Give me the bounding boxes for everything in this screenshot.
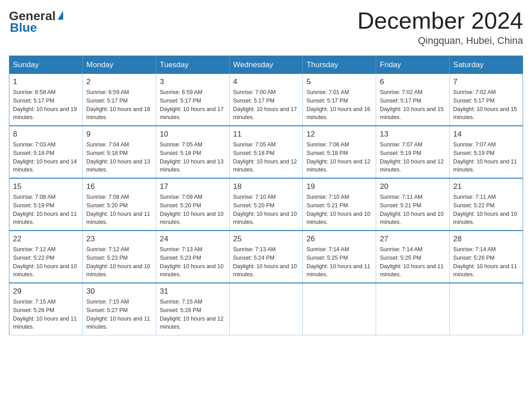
calendar-cell: 17Sunrise: 7:09 AMSunset: 5:20 PMDayligh… bbox=[156, 178, 229, 231]
week-row-2: 8Sunrise: 7:03 AMSunset: 5:18 PMDaylight… bbox=[9, 126, 523, 178]
day-number: 29 bbox=[13, 287, 79, 296]
calendar-cell: 31Sunrise: 7:15 AMSunset: 5:28 PMDayligh… bbox=[156, 283, 229, 335]
week-row-1: 1Sunrise: 6:58 AMSunset: 5:17 PMDaylight… bbox=[9, 74, 523, 126]
day-info: Sunrise: 7:07 AMSunset: 5:19 PMDaylight:… bbox=[380, 141, 446, 174]
logo-triangle-icon bbox=[58, 11, 63, 20]
column-header-monday: Monday bbox=[82, 56, 156, 74]
day-info: Sunrise: 7:11 AMSunset: 5:22 PMDaylight:… bbox=[453, 193, 519, 227]
calendar-cell bbox=[376, 283, 450, 335]
calendar-cell: 30Sunrise: 7:15 AMSunset: 5:27 PMDayligh… bbox=[82, 283, 156, 335]
calendar-cell: 16Sunrise: 7:08 AMSunset: 5:20 PMDayligh… bbox=[82, 178, 156, 231]
calendar-cell: 9Sunrise: 7:04 AMSunset: 5:18 PMDaylight… bbox=[82, 126, 156, 178]
day-number: 14 bbox=[453, 130, 519, 139]
calendar-cell: 20Sunrise: 7:11 AMSunset: 5:21 PMDayligh… bbox=[376, 178, 450, 231]
day-info: Sunrise: 7:15 AMSunset: 5:26 PMDaylight:… bbox=[13, 298, 79, 331]
day-number: 1 bbox=[13, 77, 79, 86]
day-number: 3 bbox=[160, 77, 226, 86]
day-number: 20 bbox=[380, 182, 446, 191]
day-number: 21 bbox=[453, 182, 519, 191]
day-number: 12 bbox=[306, 130, 372, 139]
day-info: Sunrise: 7:08 AMSunset: 5:20 PMDaylight:… bbox=[86, 193, 152, 227]
calendar-cell: 28Sunrise: 7:14 AMSunset: 5:26 PMDayligh… bbox=[450, 231, 523, 283]
logo: General Blue bbox=[9, 9, 63, 35]
title-block: December 2024 Qingquan, Hubei, China bbox=[357, 9, 523, 47]
column-header-wednesday: Wednesday bbox=[229, 56, 303, 74]
day-number: 5 bbox=[306, 77, 372, 86]
logo-blue-text: Blue bbox=[10, 21, 37, 35]
day-number: 16 bbox=[86, 182, 152, 191]
day-number: 26 bbox=[306, 235, 372, 244]
column-header-tuesday: Tuesday bbox=[156, 56, 229, 74]
calendar-cell: 15Sunrise: 7:08 AMSunset: 5:19 PMDayligh… bbox=[9, 178, 83, 231]
calendar-cell: 5Sunrise: 7:01 AMSunset: 5:17 PMDaylight… bbox=[303, 74, 376, 126]
calendar-cell: 10Sunrise: 7:05 AMSunset: 5:18 PMDayligh… bbox=[156, 126, 229, 178]
day-info: Sunrise: 7:08 AMSunset: 5:19 PMDaylight:… bbox=[13, 193, 79, 227]
month-title: December 2024 bbox=[357, 9, 523, 32]
calendar-cell: 22Sunrise: 7:12 AMSunset: 5:22 PMDayligh… bbox=[9, 231, 83, 283]
day-info: Sunrise: 6:59 AMSunset: 5:17 PMDaylight:… bbox=[86, 88, 152, 122]
calendar-cell: 12Sunrise: 7:06 AMSunset: 5:18 PMDayligh… bbox=[303, 126, 376, 178]
day-info: Sunrise: 7:02 AMSunset: 5:17 PMDaylight:… bbox=[380, 88, 446, 122]
column-header-thursday: Thursday bbox=[303, 56, 376, 74]
day-info: Sunrise: 7:15 AMSunset: 5:28 PMDaylight:… bbox=[160, 298, 226, 331]
day-info: Sunrise: 7:13 AMSunset: 5:24 PMDaylight:… bbox=[233, 245, 299, 279]
day-number: 28 bbox=[453, 235, 519, 244]
day-info: Sunrise: 7:05 AMSunset: 5:18 PMDaylight:… bbox=[160, 141, 226, 174]
day-info: Sunrise: 6:59 AMSunset: 5:17 PMDaylight:… bbox=[160, 88, 226, 122]
day-info: Sunrise: 7:04 AMSunset: 5:18 PMDaylight:… bbox=[86, 141, 152, 174]
day-info: Sunrise: 7:03 AMSunset: 5:18 PMDaylight:… bbox=[13, 141, 79, 174]
day-number: 19 bbox=[306, 182, 372, 191]
calendar-header-row: SundayMondayTuesdayWednesdayThursdayFrid… bbox=[9, 56, 523, 74]
column-header-sunday: Sunday bbox=[9, 56, 83, 74]
calendar-cell bbox=[450, 283, 523, 335]
calendar-cell: 19Sunrise: 7:10 AMSunset: 5:21 PMDayligh… bbox=[303, 178, 376, 231]
day-number: 7 bbox=[453, 77, 519, 86]
calendar-cell: 6Sunrise: 7:02 AMSunset: 5:17 PMDaylight… bbox=[376, 74, 450, 126]
week-row-3: 15Sunrise: 7:08 AMSunset: 5:19 PMDayligh… bbox=[9, 178, 523, 231]
day-info: Sunrise: 7:14 AMSunset: 5:26 PMDaylight:… bbox=[453, 245, 519, 279]
day-number: 18 bbox=[233, 182, 299, 191]
calendar-cell: 25Sunrise: 7:13 AMSunset: 5:24 PMDayligh… bbox=[229, 231, 303, 283]
calendar-cell: 18Sunrise: 7:10 AMSunset: 5:20 PMDayligh… bbox=[229, 178, 303, 231]
day-info: Sunrise: 7:14 AMSunset: 5:25 PMDaylight:… bbox=[306, 245, 372, 279]
day-number: 4 bbox=[233, 77, 299, 86]
week-row-5: 29Sunrise: 7:15 AMSunset: 5:26 PMDayligh… bbox=[9, 283, 523, 335]
day-info: Sunrise: 7:06 AMSunset: 5:18 PMDaylight:… bbox=[306, 141, 372, 174]
week-row-4: 22Sunrise: 7:12 AMSunset: 5:22 PMDayligh… bbox=[9, 231, 523, 283]
calendar-cell: 3Sunrise: 6:59 AMSunset: 5:17 PMDaylight… bbox=[156, 74, 229, 126]
day-number: 2 bbox=[86, 77, 152, 86]
day-number: 15 bbox=[13, 182, 79, 191]
page-header: General Blue December 2024 Qingquan, Hub… bbox=[9, 9, 523, 47]
day-info: Sunrise: 7:05 AMSunset: 5:18 PMDaylight:… bbox=[233, 141, 299, 174]
column-header-friday: Friday bbox=[376, 56, 450, 74]
day-info: Sunrise: 7:15 AMSunset: 5:27 PMDaylight:… bbox=[86, 298, 152, 331]
calendar-cell: 29Sunrise: 7:15 AMSunset: 5:26 PMDayligh… bbox=[9, 283, 83, 335]
day-number: 24 bbox=[160, 235, 226, 244]
day-number: 13 bbox=[380, 130, 446, 139]
calendar-cell bbox=[229, 283, 303, 335]
calendar-cell: 14Sunrise: 7:07 AMSunset: 5:19 PMDayligh… bbox=[450, 126, 523, 178]
calendar-cell: 1Sunrise: 6:58 AMSunset: 5:17 PMDaylight… bbox=[9, 74, 83, 126]
calendar-cell bbox=[303, 283, 376, 335]
day-info: Sunrise: 7:13 AMSunset: 5:23 PMDaylight:… bbox=[160, 245, 226, 279]
calendar-cell: 27Sunrise: 7:14 AMSunset: 5:25 PMDayligh… bbox=[376, 231, 450, 283]
day-number: 10 bbox=[160, 130, 226, 139]
day-number: 31 bbox=[160, 287, 226, 296]
day-info: Sunrise: 7:10 AMSunset: 5:20 PMDaylight:… bbox=[233, 193, 299, 227]
day-info: Sunrise: 7:11 AMSunset: 5:21 PMDaylight:… bbox=[380, 193, 446, 227]
calendar-cell: 26Sunrise: 7:14 AMSunset: 5:25 PMDayligh… bbox=[303, 231, 376, 283]
calendar-cell: 24Sunrise: 7:13 AMSunset: 5:23 PMDayligh… bbox=[156, 231, 229, 283]
day-info: Sunrise: 7:01 AMSunset: 5:17 PMDaylight:… bbox=[306, 88, 372, 122]
day-info: Sunrise: 7:12 AMSunset: 5:22 PMDaylight:… bbox=[13, 245, 79, 279]
day-number: 17 bbox=[160, 182, 226, 191]
day-number: 9 bbox=[86, 130, 152, 139]
day-info: Sunrise: 6:58 AMSunset: 5:17 PMDaylight:… bbox=[13, 88, 79, 122]
day-number: 8 bbox=[13, 130, 79, 139]
day-info: Sunrise: 7:10 AMSunset: 5:21 PMDaylight:… bbox=[306, 193, 372, 227]
calendar-cell: 21Sunrise: 7:11 AMSunset: 5:22 PMDayligh… bbox=[450, 178, 523, 231]
calendar-cell: 2Sunrise: 6:59 AMSunset: 5:17 PMDaylight… bbox=[82, 74, 156, 126]
calendar-cell: 8Sunrise: 7:03 AMSunset: 5:18 PMDaylight… bbox=[9, 126, 83, 178]
day-number: 27 bbox=[380, 235, 446, 244]
location: Qingquan, Hubei, China bbox=[357, 35, 523, 47]
day-number: 23 bbox=[86, 235, 152, 244]
